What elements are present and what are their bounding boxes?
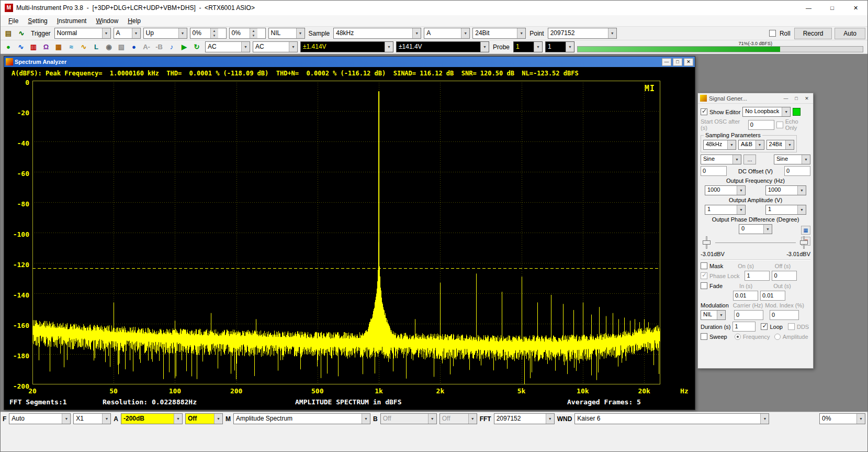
spectrum-analyzer-icon[interactable]: ▥ xyxy=(28,42,39,52)
sweep-frequency-radio[interactable] xyxy=(735,334,741,340)
chevron-down-icon[interactable] xyxy=(480,42,489,52)
trigger-icon[interactable]: ∿ xyxy=(16,28,27,39)
sg-bits-combo[interactable]: 24Bit xyxy=(766,140,794,150)
output-on-indicator[interactable] xyxy=(793,108,801,116)
fade-in-field[interactable]: 0.01 xyxy=(733,291,758,301)
mask-checkbox[interactable] xyxy=(701,262,707,269)
chevron-down-icon[interactable] xyxy=(566,42,574,52)
chevron-down-icon[interactable] xyxy=(534,42,542,52)
chevron-down-icon[interactable] xyxy=(102,28,110,38)
spin-up-icon[interactable] xyxy=(211,28,218,34)
amplitude-a-combo[interactable]: 1 xyxy=(705,205,746,215)
chevron-down-icon[interactable] xyxy=(763,225,772,234)
chevron-down-icon[interactable] xyxy=(782,107,790,116)
output-level-slider-a[interactable] xyxy=(701,236,713,249)
sample-rate-combo[interactable]: 48kHz xyxy=(333,28,421,39)
chevron-down-icon[interactable] xyxy=(856,414,865,424)
oscilloscope-icon[interactable]: ∿ xyxy=(15,42,27,52)
menu-setting[interactable]: Setting xyxy=(23,16,52,26)
channel-b-off-icon[interactable]: -B xyxy=(153,42,165,52)
chevron-down-icon[interactable] xyxy=(756,140,764,149)
echo-only-checkbox[interactable] xyxy=(776,122,783,128)
panel-minimize-button[interactable]: — xyxy=(782,95,790,102)
sweep-amplitude-radio[interactable] xyxy=(774,334,781,340)
range-a-combo[interactable]: ±1.414V xyxy=(300,41,393,52)
fft-size-combo[interactable]: 2097152 xyxy=(494,413,555,424)
start-osc-field[interactable]: 0 xyxy=(748,120,774,130)
chevron-down-icon[interactable] xyxy=(760,414,769,424)
trigger-mode-combo[interactable]: Normal xyxy=(54,28,111,39)
child-maximize-button[interactable]: □ xyxy=(673,58,682,66)
chevron-down-icon[interactable] xyxy=(717,311,725,319)
chevron-down-icon[interactable] xyxy=(296,28,305,38)
function-b-combo[interactable]: Off xyxy=(439,413,477,424)
window-function-combo[interactable]: Kaiser 6 xyxy=(574,413,769,424)
overlap-combo[interactable]: 0% xyxy=(819,413,865,424)
chevron-down-icon[interactable] xyxy=(385,42,393,52)
spin-down-icon[interactable] xyxy=(250,34,257,39)
panel-maximize-button[interactable]: □ xyxy=(792,95,801,102)
menu-window[interactable]: Window xyxy=(91,16,123,26)
trigger-delay-spinner[interactable]: 0% xyxy=(229,28,266,39)
menu-instrument[interactable]: Instrument xyxy=(52,16,92,26)
speaker-icon[interactable]: ♪ xyxy=(166,42,177,52)
chevron-down-icon[interactable] xyxy=(802,155,810,164)
loop-checkbox[interactable] xyxy=(761,323,768,330)
open-panorama-icon[interactable]: ▤ xyxy=(3,28,14,39)
fade-checkbox[interactable] xyxy=(701,282,707,289)
chevron-down-icon[interactable] xyxy=(608,28,616,38)
lcr-meter-icon[interactable]: L xyxy=(91,42,102,52)
maximize-button[interactable]: □ xyxy=(820,1,844,15)
duration-field[interactable]: 1 xyxy=(732,322,756,332)
trigger-hpf-combo[interactable]: NIL xyxy=(268,28,305,39)
slider-handle[interactable] xyxy=(703,240,711,245)
chevron-down-icon[interactable] xyxy=(737,186,745,195)
signal-generator-icon[interactable]: ∿ xyxy=(78,42,89,52)
phase-combo[interactable]: 0 xyxy=(739,224,772,234)
modulation-combo[interactable]: NIL xyxy=(701,310,726,320)
record-button[interactable]: Record xyxy=(794,28,832,39)
chevron-down-icon[interactable] xyxy=(241,42,250,52)
spin-up-icon[interactable] xyxy=(250,28,257,34)
sg-sample-rate-combo[interactable]: 48kHz xyxy=(703,140,736,150)
range-b-display-combo[interactable]: Off xyxy=(380,413,437,424)
range-a-display-combo[interactable]: -200dB xyxy=(121,413,183,424)
roll-checkbox[interactable] xyxy=(769,30,776,37)
coupling-a-combo[interactable]: AC xyxy=(205,41,250,52)
play-icon[interactable]: ▶ xyxy=(178,42,190,52)
chevron-down-icon[interactable] xyxy=(62,414,70,424)
show-editor-checkbox[interactable] xyxy=(701,108,707,115)
vibrometer-icon[interactable]: ● xyxy=(128,42,140,52)
chevron-down-icon[interactable] xyxy=(428,414,436,424)
amplitude-b-combo[interactable]: 1 xyxy=(765,205,806,215)
mask-on-field[interactable]: 1 xyxy=(745,271,770,281)
auto-button[interactable]: Auto xyxy=(835,28,865,39)
chevron-down-icon[interactable] xyxy=(102,414,110,424)
probe-b-combo[interactable]: 1 xyxy=(545,41,574,52)
device-test-plan-icon[interactable]: ▧ xyxy=(116,42,127,52)
chevron-down-icon[interactable] xyxy=(174,414,182,424)
dc-offset-a-field[interactable]: 0 xyxy=(701,166,727,176)
slider-handle[interactable] xyxy=(800,240,808,245)
chevron-down-icon[interactable] xyxy=(362,414,370,424)
bit-depth-combo[interactable]: 24Bit xyxy=(472,28,526,39)
chevron-down-icon[interactable] xyxy=(178,28,187,38)
spin-down-icon[interactable] xyxy=(211,34,218,39)
menu-file[interactable]: File xyxy=(4,16,23,26)
mod-index-field[interactable]: 0 xyxy=(770,310,799,320)
sg-channels-combo[interactable]: A&B xyxy=(738,140,764,150)
frequency-a-combo[interactable]: 1000 xyxy=(705,185,746,195)
minimize-button[interactable]: — xyxy=(797,1,820,15)
dds-checkbox[interactable] xyxy=(788,323,795,330)
chevron-down-icon[interactable] xyxy=(727,140,736,149)
sample-channel-combo[interactable]: A xyxy=(424,28,470,39)
trigger-edge-combo[interactable]: Up xyxy=(143,28,187,39)
waveform-b-combo[interactable]: Sine xyxy=(774,155,810,164)
signal-generator-titlebar[interactable]: Signal Gener... — □ ✕ xyxy=(698,93,813,104)
loopback-icon[interactable]: ↻ xyxy=(191,42,202,52)
spectrum-canvas[interactable] xyxy=(32,81,660,384)
run-icon[interactable]: ● xyxy=(3,42,14,52)
chevron-down-icon[interactable] xyxy=(737,205,745,214)
mode-combo[interactable]: Amplitude Spectrum xyxy=(233,413,370,424)
channel-a-off-icon[interactable]: A- xyxy=(141,42,152,52)
